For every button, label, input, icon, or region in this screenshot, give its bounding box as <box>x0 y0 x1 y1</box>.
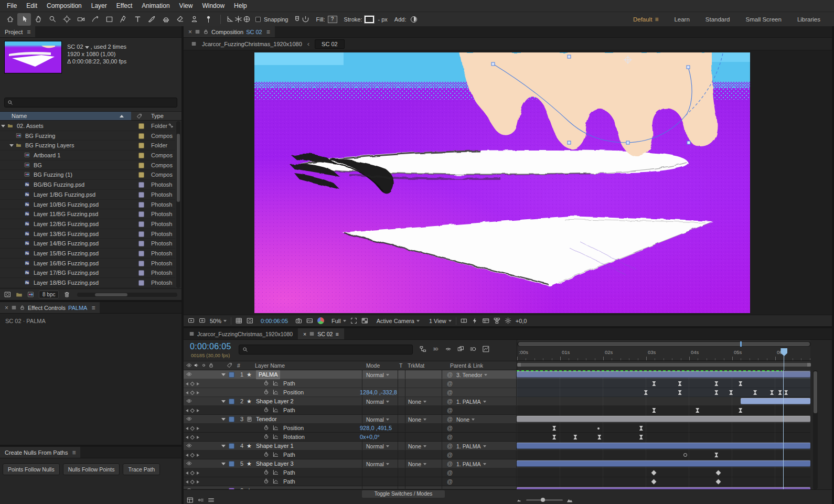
breadcrumb-current[interactable]: SC 02 <box>315 39 345 49</box>
points-follow-nulls-button[interactable]: Points Follow Nulls <box>3 464 60 475</box>
snap-range-icon[interactable] <box>302 15 309 23</box>
layer-name[interactable]: Shape Layer 1 <box>256 442 294 451</box>
pick-whip-icon[interactable]: @ <box>447 424 453 433</box>
current-time-display[interactable]: 0:00:06:05 <box>190 342 231 351</box>
property-name[interactable]: Rotation <box>283 433 305 442</box>
timeline-tab-current-comp[interactable]: × SC 02 ≡ <box>298 328 344 339</box>
shy-layers-icon[interactable] <box>445 346 452 352</box>
timeline-prop-path[interactable]: Path @ <box>184 477 810 486</box>
label-chip[interactable] <box>138 241 144 246</box>
project-search-input[interactable] <box>15 100 174 106</box>
graph-include-icon[interactable] <box>273 452 279 457</box>
folder-twirl-icon[interactable] <box>9 144 14 147</box>
menu-view[interactable]: View <box>175 0 198 12</box>
keyframe-icon[interactable] <box>770 390 774 395</box>
panel-menu-icon[interactable]: ≡ <box>335 331 338 337</box>
keyframe-icon[interactable] <box>597 435 601 439</box>
column-header-layer-name[interactable]: Layer Name <box>255 361 285 370</box>
project-item-bg-fuzzing-layers[interactable]: BG Fuzzing Layers Folder <box>0 141 175 151</box>
project-item-bg-fuzzing-1[interactable]: BG Fuzzing (1) Compos <box>0 170 175 180</box>
next-keyframe-arrow[interactable] <box>197 427 199 430</box>
tool-brush[interactable] <box>145 13 158 26</box>
scrollbar-thumb[interactable] <box>95 293 127 296</box>
pick-whip-icon[interactable]: @ <box>447 433 453 442</box>
layer-visibility-toggle[interactable] <box>186 398 192 404</box>
composition-tab[interactable]: × Composition SC 02 ≡ <box>184 26 275 37</box>
layer-twirl-icon[interactable] <box>221 418 226 421</box>
label-chip[interactable] <box>138 221 144 227</box>
show-snapshot-icon[interactable] <box>306 317 313 324</box>
keyframe-icon[interactable] <box>552 426 556 431</box>
previous-keyframe-arrow[interactable] <box>186 480 188 484</box>
add-keyframe-diamond[interactable] <box>190 381 195 385</box>
layer-label-chip[interactable] <box>229 443 234 449</box>
add-keyframe-diamond[interactable] <box>190 408 195 412</box>
project-item-layer-10-bg-fuzzing-psd[interactable]: Ps Layer 10/BG Fuzzing.psd Photosh <box>0 200 175 210</box>
transparency-grid-icon[interactable] <box>361 317 368 324</box>
blend-mode-dropdown[interactable]: Normal <box>366 459 389 468</box>
stroke-width-value[interactable]: - px <box>378 16 387 23</box>
property-name[interactable]: Path <box>283 477 295 486</box>
layer-label-chip[interactable] <box>229 461 234 467</box>
keyframe-icon[interactable] <box>552 435 556 439</box>
property-value[interactable]: 1284,0 ,-332,8 <box>360 388 397 397</box>
chevron-down-icon[interactable] <box>85 46 89 49</box>
keyframe-icon[interactable] <box>714 381 718 386</box>
tool-type[interactable] <box>131 13 144 26</box>
grid-guides-icon[interactable] <box>236 317 242 324</box>
keyframe-icon[interactable] <box>714 453 718 457</box>
axis-world-icon[interactable] <box>234 15 242 23</box>
pick-whip-icon[interactable]: @ <box>447 442 453 451</box>
menu-composition[interactable]: Composition <box>42 0 87 12</box>
timeline-zoom-slider[interactable] <box>526 499 563 501</box>
project-item-layer-15-bg-fuzzing-psd[interactable]: Ps Layer 15/BG Fuzzing.psd Photosh <box>0 249 175 259</box>
column-header-name[interactable]: Name <box>0 112 131 120</box>
zoom-slider-knob[interactable] <box>541 498 545 502</box>
previous-keyframe-arrow[interactable] <box>186 471 188 475</box>
tool-zoom[interactable] <box>46 13 59 26</box>
label-chip[interactable] <box>138 261 144 266</box>
label-chip[interactable] <box>138 153 144 158</box>
project-item-layer-12-bg-fuzzing-psd[interactable]: Ps Layer 12/BG Fuzzing.psd Photosh <box>0 219 175 229</box>
pick-whip-icon[interactable]: @ <box>447 459 453 468</box>
keyframe-icon[interactable] <box>714 390 718 395</box>
tool-orbit[interactable] <box>60 13 73 26</box>
layer-duration-bar[interactable] <box>741 398 810 404</box>
stopwatch-icon[interactable] <box>263 452 269 457</box>
property-value[interactable]: 0x+0,0° <box>360 433 380 442</box>
stroke-swatch[interactable] <box>365 16 374 23</box>
keyframe-icon[interactable] <box>597 427 600 430</box>
column-header-parent[interactable]: Parent & Link <box>450 361 483 370</box>
next-keyframe-arrow[interactable] <box>197 436 199 439</box>
time-ruler[interactable]: :00s01s02s03s04s05s06s <box>517 348 811 361</box>
add-keyframe-diamond[interactable] <box>190 479 195 484</box>
toggle-switches-modes-button[interactable]: Toggle Switches / Modes <box>362 490 445 498</box>
timeline-prop-path[interactable]: Path @ <box>184 406 810 415</box>
layer-visibility-toggle[interactable] <box>186 416 192 422</box>
tool-puppet-pin[interactable] <box>201 13 215 26</box>
pick-whip-icon[interactable]: @ <box>447 397 453 406</box>
stopwatch-icon[interactable] <box>263 425 269 431</box>
layer-name[interactable]: PALMA <box>256 370 280 379</box>
audio-column-icon[interactable] <box>194 362 199 368</box>
create-nulls-tab[interactable]: Create Nulls From Paths ≡ <box>0 447 80 458</box>
menu-window[interactable]: Window <box>197 0 229 12</box>
add-keyframe-diamond[interactable] <box>190 426 195 430</box>
navigator-handle[interactable] <box>518 342 810 346</box>
property-name[interactable]: Path <box>283 379 295 388</box>
label-chip[interactable] <box>138 133 144 139</box>
tool-selection[interactable] <box>17 13 31 26</box>
property-name[interactable]: Path <box>283 451 295 459</box>
next-keyframe-arrow[interactable] <box>197 480 199 484</box>
next-keyframe-arrow[interactable] <box>197 391 199 394</box>
workspace-standard[interactable]: Standard <box>705 16 730 23</box>
tool-eraser[interactable] <box>173 13 187 26</box>
label-chip[interactable] <box>138 211 144 217</box>
pick-whip-icon[interactable]: @ <box>447 388 453 397</box>
blend-mode-dropdown[interactable]: Normal <box>366 442 389 451</box>
parent-dropdown[interactable]: 1. PALMA <box>456 442 486 451</box>
previous-keyframe-arrow[interactable] <box>186 454 188 457</box>
workspace-libraries[interactable]: Libraries <box>797 16 820 23</box>
graph-include-icon[interactable] <box>273 425 279 431</box>
breadcrumb-root[interactable]: Jcarcor_FuzzingChristmas_1920x1080 <box>202 41 302 47</box>
